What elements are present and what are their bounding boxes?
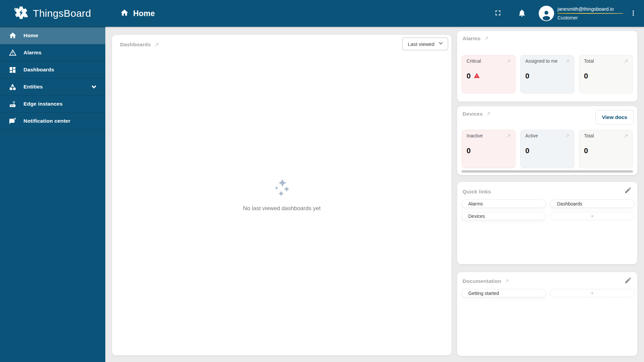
assigned-alarms-card[interactable]: Assigned to me 0 [520, 55, 574, 94]
inactive-devices-card[interactable]: Inactive 0 [462, 130, 516, 168]
add-documentation-link-button[interactable]: + [550, 289, 635, 297]
dashboards-icon [9, 66, 17, 74]
critical-alarms-card[interactable]: Critical 0 [462, 55, 516, 94]
sidebar-item-label: Entities [23, 84, 43, 90]
critical-count: 0 [467, 72, 471, 80]
horizontal-scrollbar[interactable] [462, 170, 633, 173]
home-icon [120, 8, 129, 18]
empty-state-text: No last viewed dashboards yet [243, 205, 321, 212]
active-count: 0 [525, 146, 529, 155]
sidebar: Home Alarms Dashboards Entities [0, 27, 105, 362]
sidebar-item-label: Notification center [23, 118, 70, 124]
sidebar-item-home[interactable]: Home [0, 27, 105, 44]
fullscreen-button[interactable] [490, 5, 506, 21]
view-docs-button[interactable]: View docs [595, 110, 634, 125]
sidebar-item-dashboards[interactable]: Dashboards [0, 61, 105, 78]
quick-link-alarms[interactable]: Alarms [461, 199, 546, 208]
edit-quick-links-button[interactable] [624, 186, 632, 195]
widget-title: Devices [463, 111, 483, 117]
quick-link-devices[interactable]: Devices [461, 212, 546, 220]
quick-link-dashboards[interactable]: Dashboards [550, 199, 635, 208]
notifications-button[interactable] [514, 5, 530, 21]
entities-icon [9, 83, 17, 91]
total-devices-card[interactable]: Total 0 [579, 130, 633, 168]
page-title: Home [133, 9, 155, 18]
total-devices-count: 0 [584, 146, 588, 155]
top-header: ThingsBoard Home [0, 0, 644, 27]
arrow-ne-icon [506, 59, 511, 64]
dashboards-empty-state: No last viewed dashboards yet [112, 35, 451, 355]
router-icon [9, 100, 17, 108]
user-info[interactable]: janesmith@thingsboard.io Customer [557, 6, 623, 20]
subcard-label: Total [584, 58, 594, 64]
user-email: janesmith@thingsboard.io [557, 6, 623, 13]
sidebar-item-label: Dashboards [23, 67, 54, 73]
header-actions: janesmith@thingsboard.io Customer [490, 0, 644, 27]
total-alarms-count: 0 [584, 72, 588, 80]
open-documentation-arrow-icon[interactable] [504, 279, 509, 284]
widget-title: Quick links [463, 189, 491, 195]
customer-hierarchy-underline [557, 13, 623, 14]
breadcrumb[interactable]: Home [120, 8, 155, 18]
total-alarms-card[interactable]: Total 0 [579, 55, 633, 94]
alarms-widget: Alarms Critical 0 [457, 31, 637, 102]
sidebar-item-label: Edge instances [23, 101, 63, 107]
user-role: Customer [557, 15, 623, 20]
sidebar-item-label: Home [23, 33, 38, 39]
avatar[interactable] [539, 6, 554, 21]
app-title: ThingsBoard [33, 8, 91, 19]
inactive-count: 0 [467, 146, 471, 155]
person-icon [540, 8, 553, 21]
documentation-widget: Documentation Getting started + [457, 272, 637, 356]
arrow-ne-icon [624, 59, 629, 64]
notification-center-icon [9, 117, 17, 125]
widget-title: Alarms [463, 36, 481, 42]
sidebar-item-notification-center[interactable]: Notification center [0, 113, 105, 130]
thingsboard-logo-icon [13, 5, 29, 22]
sidebar-item-edge-instances[interactable]: Edge instances [0, 96, 105, 113]
main-content: Dashboards Last viewed [105, 27, 644, 362]
fullscreen-icon [494, 9, 502, 18]
subcard-label: Assigned to me [525, 58, 558, 64]
arrow-ne-icon [624, 133, 629, 138]
quick-links-widget: Quick links Alarms Dashboards Devices + [457, 182, 637, 264]
open-alarms-arrow-icon[interactable] [484, 36, 489, 41]
sidebar-item-label: Alarms [23, 50, 42, 56]
bell-icon [518, 9, 526, 18]
arrow-ne-icon [565, 133, 570, 138]
documentation-link-getting-started[interactable]: Getting started [461, 289, 546, 297]
subcard-label: Inactive [467, 133, 483, 138]
subcard-label: Total [584, 133, 594, 138]
pencil-icon [624, 277, 632, 285]
thingsboard-app: ThingsBoard Home [0, 0, 644, 362]
sparkles-icon [271, 178, 292, 200]
more-menu-button[interactable] [627, 5, 640, 21]
kebab-icon [629, 9, 637, 18]
arrow-ne-icon [506, 133, 511, 138]
arrow-ne-icon [565, 59, 570, 64]
logo[interactable]: ThingsBoard [0, 0, 105, 27]
sidebar-item-alarms[interactable]: Alarms [0, 44, 105, 61]
open-devices-arrow-icon[interactable] [486, 111, 491, 117]
subcard-label: Critical [467, 58, 481, 64]
active-devices-card[interactable]: Active 0 [520, 130, 574, 168]
assigned-count: 0 [525, 72, 529, 80]
sidebar-item-entities[interactable]: Entities [0, 78, 105, 96]
home-icon [9, 32, 17, 40]
dashboards-widget: Dashboards Last viewed [112, 35, 451, 355]
alert-triangle-icon [474, 72, 480, 80]
widget-title: Documentation [463, 278, 501, 284]
edit-documentation-button[interactable] [624, 277, 632, 285]
warning-icon [9, 49, 17, 57]
add-quick-link-button[interactable]: + [550, 212, 635, 220]
chevron-down-icon[interactable] [90, 83, 98, 91]
pencil-icon [624, 186, 632, 195]
devices-widget: Devices View docs Inactive 0 [457, 106, 637, 175]
subcard-label: Active [525, 133, 538, 138]
